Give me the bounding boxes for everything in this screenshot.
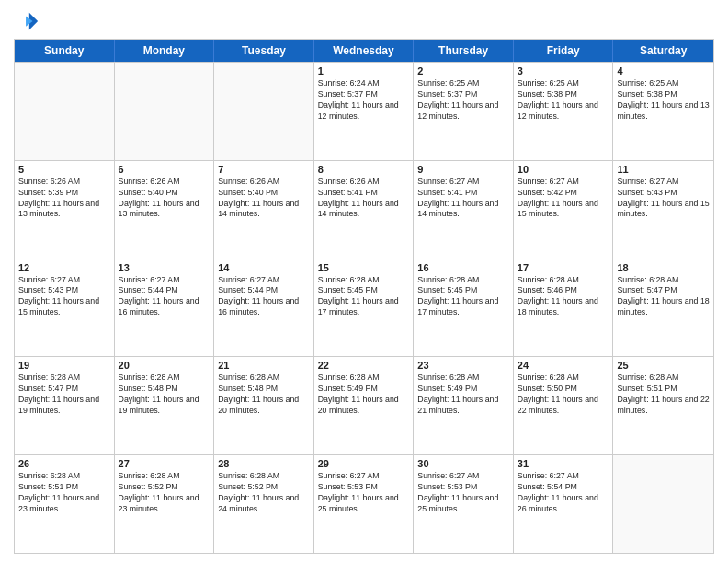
calendar-day-18: 18Sunrise: 6:28 AMSunset: 5:47 PMDayligh… (613, 259, 713, 357)
calendar-day-9: 9Sunrise: 6:27 AMSunset: 5:41 PMDaylight… (414, 161, 514, 259)
calendar-body: 1Sunrise: 6:24 AMSunset: 5:37 PMDaylight… (15, 62, 713, 553)
day-info: Sunrise: 6:28 AMSunset: 5:46 PMDaylight:… (518, 275, 609, 319)
day-number: 14 (218, 262, 310, 273)
day-number: 24 (518, 360, 609, 371)
day-number: 1 (318, 65, 410, 76)
day-info: Sunrise: 6:28 AMSunset: 5:48 PMDaylight:… (119, 373, 210, 417)
day-number: 22 (318, 360, 410, 371)
day-number: 28 (218, 458, 310, 469)
calendar-day-14: 14Sunrise: 6:27 AMSunset: 5:44 PMDayligh… (214, 259, 314, 357)
header-day-sunday: Sunday (15, 40, 115, 62)
header-day-wednesday: Wednesday (314, 40, 415, 62)
day-info: Sunrise: 6:26 AMSunset: 5:41 PMDaylight:… (318, 177, 410, 221)
day-info: Sunrise: 6:26 AMSunset: 5:40 PMDaylight:… (218, 177, 310, 221)
calendar-week-4: 19Sunrise: 6:28 AMSunset: 5:47 PMDayligh… (15, 356, 713, 454)
empty-cell (214, 63, 314, 160)
calendar-day-26: 26Sunrise: 6:28 AMSunset: 5:51 PMDayligh… (15, 455, 115, 553)
calendar: SundayMondayTuesdayWednesdayThursdayFrid… (14, 39, 714, 554)
day-info: Sunrise: 6:28 AMSunset: 5:49 PMDaylight:… (318, 373, 410, 417)
day-info: Sunrise: 6:28 AMSunset: 5:45 PMDaylight:… (318, 275, 410, 319)
calendar-week-5: 26Sunrise: 6:28 AMSunset: 5:51 PMDayligh… (15, 454, 713, 553)
day-number: 21 (218, 360, 310, 371)
calendar-header: SundayMondayTuesdayWednesdayThursdayFrid… (15, 40, 713, 62)
day-info: Sunrise: 6:27 AMSunset: 5:43 PMDaylight:… (617, 177, 710, 221)
header-day-saturday: Saturday (613, 40, 713, 62)
calendar-week-2: 5Sunrise: 6:26 AMSunset: 5:39 PMDaylight… (15, 160, 713, 259)
day-number: 5 (18, 164, 110, 175)
page-header (14, 9, 714, 35)
calendar-day-24: 24Sunrise: 6:28 AMSunset: 5:50 PMDayligh… (514, 357, 614, 454)
day-number: 10 (518, 164, 609, 175)
day-number: 25 (617, 360, 710, 371)
calendar-day-15: 15Sunrise: 6:28 AMSunset: 5:45 PMDayligh… (314, 259, 415, 357)
day-info: Sunrise: 6:28 AMSunset: 5:47 PMDaylight:… (617, 275, 710, 319)
calendar-day-5: 5Sunrise: 6:26 AMSunset: 5:39 PMDaylight… (15, 161, 115, 259)
calendar-day-27: 27Sunrise: 6:28 AMSunset: 5:52 PMDayligh… (115, 455, 215, 553)
calendar-page: SundayMondayTuesdayWednesdayThursdayFrid… (0, 0, 728, 563)
empty-cell (15, 63, 115, 160)
calendar-day-7: 7Sunrise: 6:26 AMSunset: 5:40 PMDaylight… (214, 161, 314, 259)
day-info: Sunrise: 6:25 AMSunset: 5:38 PMDaylight:… (518, 78, 609, 122)
calendar-day-12: 12Sunrise: 6:27 AMSunset: 5:43 PMDayligh… (15, 259, 115, 357)
day-info: Sunrise: 6:27 AMSunset: 5:43 PMDaylight:… (18, 275, 110, 319)
day-number: 9 (417, 164, 509, 175)
day-number: 27 (119, 458, 210, 469)
day-info: Sunrise: 6:28 AMSunset: 5:52 PMDaylight:… (119, 471, 210, 515)
logo-icon (14, 9, 40, 35)
empty-cell (115, 63, 215, 160)
logo (14, 9, 43, 35)
day-info: Sunrise: 6:24 AMSunset: 5:37 PMDaylight:… (318, 78, 410, 122)
day-number: 16 (417, 262, 509, 273)
day-number: 4 (617, 65, 710, 76)
calendar-day-2: 2Sunrise: 6:25 AMSunset: 5:37 PMDaylight… (414, 63, 514, 160)
calendar-day-17: 17Sunrise: 6:28 AMSunset: 5:46 PMDayligh… (514, 259, 614, 357)
calendar-day-25: 25Sunrise: 6:28 AMSunset: 5:51 PMDayligh… (613, 357, 713, 454)
day-number: 17 (518, 262, 609, 273)
empty-cell (613, 455, 713, 553)
calendar-day-31: 31Sunrise: 6:27 AMSunset: 5:54 PMDayligh… (514, 455, 614, 553)
day-info: Sunrise: 6:27 AMSunset: 5:44 PMDaylight:… (119, 275, 210, 319)
day-number: 6 (119, 164, 210, 175)
calendar-day-10: 10Sunrise: 6:27 AMSunset: 5:42 PMDayligh… (514, 161, 614, 259)
header-day-thursday: Thursday (414, 40, 514, 62)
day-info: Sunrise: 6:28 AMSunset: 5:51 PMDaylight:… (18, 471, 110, 515)
day-number: 30 (417, 458, 509, 469)
day-info: Sunrise: 6:28 AMSunset: 5:52 PMDaylight:… (218, 471, 310, 515)
day-info: Sunrise: 6:25 AMSunset: 5:38 PMDaylight:… (617, 78, 710, 122)
day-info: Sunrise: 6:28 AMSunset: 5:45 PMDaylight:… (417, 275, 509, 319)
day-number: 8 (318, 164, 410, 175)
calendar-week-3: 12Sunrise: 6:27 AMSunset: 5:43 PMDayligh… (15, 259, 713, 357)
day-number: 23 (417, 360, 509, 371)
calendar-week-1: 1Sunrise: 6:24 AMSunset: 5:37 PMDaylight… (15, 62, 713, 160)
calendar-day-11: 11Sunrise: 6:27 AMSunset: 5:43 PMDayligh… (613, 161, 713, 259)
day-info: Sunrise: 6:27 AMSunset: 5:53 PMDaylight:… (318, 471, 410, 515)
day-info: Sunrise: 6:28 AMSunset: 5:48 PMDaylight:… (218, 373, 310, 417)
day-number: 13 (119, 262, 210, 273)
day-info: Sunrise: 6:27 AMSunset: 5:53 PMDaylight:… (417, 471, 509, 515)
day-info: Sunrise: 6:28 AMSunset: 5:51 PMDaylight:… (617, 373, 710, 417)
day-info: Sunrise: 6:27 AMSunset: 5:42 PMDaylight:… (518, 177, 609, 221)
header-day-tuesday: Tuesday (214, 40, 314, 62)
calendar-day-28: 28Sunrise: 6:28 AMSunset: 5:52 PMDayligh… (214, 455, 314, 553)
calendar-day-19: 19Sunrise: 6:28 AMSunset: 5:47 PMDayligh… (15, 357, 115, 454)
day-info: Sunrise: 6:26 AMSunset: 5:40 PMDaylight:… (119, 177, 210, 221)
calendar-day-16: 16Sunrise: 6:28 AMSunset: 5:45 PMDayligh… (414, 259, 514, 357)
day-number: 12 (18, 262, 110, 273)
header-day-monday: Monday (115, 40, 215, 62)
day-info: Sunrise: 6:28 AMSunset: 5:49 PMDaylight:… (417, 373, 509, 417)
calendar-day-1: 1Sunrise: 6:24 AMSunset: 5:37 PMDaylight… (314, 63, 415, 160)
day-info: Sunrise: 6:28 AMSunset: 5:50 PMDaylight:… (518, 373, 609, 417)
day-number: 26 (18, 458, 110, 469)
day-number: 3 (518, 65, 609, 76)
day-info: Sunrise: 6:28 AMSunset: 5:47 PMDaylight:… (18, 373, 110, 417)
day-info: Sunrise: 6:26 AMSunset: 5:39 PMDaylight:… (18, 177, 110, 221)
header-day-friday: Friday (514, 40, 614, 62)
calendar-day-29: 29Sunrise: 6:27 AMSunset: 5:53 PMDayligh… (314, 455, 415, 553)
day-number: 19 (18, 360, 110, 371)
day-number: 29 (318, 458, 410, 469)
calendar-day-21: 21Sunrise: 6:28 AMSunset: 5:48 PMDayligh… (214, 357, 314, 454)
calendar-day-30: 30Sunrise: 6:27 AMSunset: 5:53 PMDayligh… (414, 455, 514, 553)
day-number: 15 (318, 262, 410, 273)
calendar-day-22: 22Sunrise: 6:28 AMSunset: 5:49 PMDayligh… (314, 357, 415, 454)
day-number: 7 (218, 164, 310, 175)
